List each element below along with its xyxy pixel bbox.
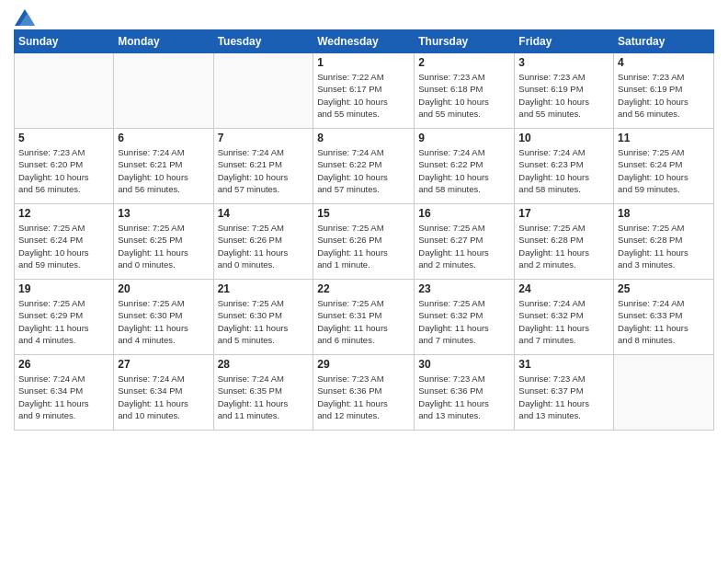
day-number: 31 (518, 358, 609, 371)
day-number: 24 (518, 282, 609, 295)
day-info: Sunrise: 7:25 AMSunset: 6:31 PMDaylight:… (317, 297, 410, 346)
day-info: Sunrise: 7:24 AMSunset: 6:22 PMDaylight:… (418, 146, 510, 195)
day-cell: 30Sunrise: 7:23 AMSunset: 6:36 PMDayligh… (415, 355, 515, 431)
day-number: 29 (317, 358, 410, 371)
day-info: Sunrise: 7:25 AMSunset: 6:24 PMDaylight:… (18, 222, 109, 270)
day-number: 27 (118, 358, 209, 371)
day-cell (114, 53, 213, 129)
day-info: Sunrise: 7:23 AMSunset: 6:37 PMDaylight:… (518, 373, 609, 421)
day-cell: 14Sunrise: 7:25 AMSunset: 6:26 PMDayligh… (213, 204, 313, 280)
day-cell: 6Sunrise: 7:24 AMSunset: 6:21 PMDaylight… (114, 129, 213, 204)
day-cell: 18Sunrise: 7:25 AMSunset: 6:28 PMDayligh… (614, 204, 714, 280)
day-cell: 20Sunrise: 7:25 AMSunset: 6:30 PMDayligh… (114, 280, 213, 355)
day-cell: 28Sunrise: 7:24 AMSunset: 6:35 PMDayligh… (213, 355, 313, 431)
day-cell: 4Sunrise: 7:23 AMSunset: 6:19 PMDaylight… (614, 53, 714, 129)
day-number: 14 (218, 207, 310, 220)
day-info: Sunrise: 7:24 AMSunset: 6:21 PMDaylight:… (218, 146, 310, 195)
week-row-5: 26Sunrise: 7:24 AMSunset: 6:34 PMDayligh… (15, 355, 714, 431)
day-info: Sunrise: 7:24 AMSunset: 6:22 PMDaylight:… (317, 146, 410, 195)
day-cell (614, 355, 714, 431)
header-thursday: Thursday (415, 30, 515, 53)
day-info: Sunrise: 7:22 AMSunset: 6:17 PMDaylight:… (317, 71, 410, 120)
day-info: Sunrise: 7:24 AMSunset: 6:33 PMDaylight:… (618, 297, 710, 346)
day-info: Sunrise: 7:25 AMSunset: 6:25 PMDaylight:… (118, 222, 209, 270)
day-number: 13 (118, 207, 209, 220)
day-info: Sunrise: 7:25 AMSunset: 6:28 PMDaylight:… (618, 222, 710, 270)
day-cell: 3Sunrise: 7:23 AMSunset: 6:19 PMDaylight… (515, 53, 614, 129)
day-cell: 29Sunrise: 7:23 AMSunset: 6:36 PMDayligh… (313, 355, 415, 431)
day-info: Sunrise: 7:25 AMSunset: 6:27 PMDaylight:… (418, 222, 510, 270)
day-info: Sunrise: 7:23 AMSunset: 6:20 PMDaylight:… (18, 146, 109, 195)
day-cell: 12Sunrise: 7:25 AMSunset: 6:24 PMDayligh… (15, 204, 114, 280)
day-info: Sunrise: 7:23 AMSunset: 6:19 PMDaylight:… (618, 71, 710, 120)
day-cell: 7Sunrise: 7:24 AMSunset: 6:21 PMDaylight… (213, 129, 313, 204)
day-cell: 19Sunrise: 7:25 AMSunset: 6:29 PMDayligh… (15, 280, 114, 355)
day-info: Sunrise: 7:24 AMSunset: 6:35 PMDaylight:… (218, 373, 310, 421)
day-number: 8 (317, 132, 410, 144)
day-cell: 8Sunrise: 7:24 AMSunset: 6:22 PMDaylight… (313, 129, 415, 204)
day-info: Sunrise: 7:25 AMSunset: 6:26 PMDaylight:… (317, 222, 410, 270)
day-info: Sunrise: 7:25 AMSunset: 6:30 PMDaylight:… (118, 297, 209, 346)
day-info: Sunrise: 7:25 AMSunset: 6:30 PMDaylight:… (218, 297, 310, 346)
day-cell: 26Sunrise: 7:24 AMSunset: 6:34 PMDayligh… (15, 355, 114, 431)
day-cell: 23Sunrise: 7:25 AMSunset: 6:32 PMDayligh… (415, 280, 515, 355)
day-number: 12 (18, 207, 109, 220)
day-cell: 5Sunrise: 7:23 AMSunset: 6:20 PMDaylight… (15, 129, 114, 204)
day-cell (15, 53, 114, 129)
week-row-3: 12Sunrise: 7:25 AMSunset: 6:24 PMDayligh… (15, 204, 714, 280)
day-number: 15 (317, 207, 410, 220)
day-cell: 10Sunrise: 7:24 AMSunset: 6:23 PMDayligh… (515, 129, 614, 204)
day-number: 23 (418, 282, 510, 295)
day-number: 11 (618, 132, 710, 144)
day-number: 21 (218, 282, 310, 295)
day-info: Sunrise: 7:23 AMSunset: 6:36 PMDaylight:… (317, 373, 410, 421)
day-number: 3 (518, 56, 609, 69)
day-number: 20 (118, 282, 209, 295)
header-tuesday: Tuesday (213, 30, 313, 53)
day-number: 17 (518, 207, 609, 220)
day-number: 28 (218, 358, 310, 371)
calendar-table: SundayMondayTuesdayWednesdayThursdayFrid… (14, 29, 714, 431)
day-cell: 22Sunrise: 7:25 AMSunset: 6:31 PMDayligh… (313, 280, 415, 355)
day-cell: 27Sunrise: 7:24 AMSunset: 6:34 PMDayligh… (114, 355, 213, 431)
day-cell: 31Sunrise: 7:23 AMSunset: 6:37 PMDayligh… (515, 355, 614, 431)
logo-icon (15, 9, 35, 26)
day-cell: 16Sunrise: 7:25 AMSunset: 6:27 PMDayligh… (415, 204, 515, 280)
day-cell: 13Sunrise: 7:25 AMSunset: 6:25 PMDayligh… (114, 204, 213, 280)
header (14, 9, 714, 22)
day-cell: 9Sunrise: 7:24 AMSunset: 6:22 PMDaylight… (415, 129, 515, 204)
day-cell: 2Sunrise: 7:23 AMSunset: 6:18 PMDaylight… (415, 53, 515, 129)
day-cell: 25Sunrise: 7:24 AMSunset: 6:33 PMDayligh… (614, 280, 714, 355)
header-wednesday: Wednesday (313, 30, 415, 53)
day-info: Sunrise: 7:23 AMSunset: 6:19 PMDaylight:… (518, 71, 609, 120)
week-row-4: 19Sunrise: 7:25 AMSunset: 6:29 PMDayligh… (15, 280, 714, 355)
day-number: 18 (618, 207, 710, 220)
day-number: 25 (618, 282, 710, 295)
day-cell: 24Sunrise: 7:24 AMSunset: 6:32 PMDayligh… (515, 280, 614, 355)
header-sunday: Sunday (15, 30, 114, 53)
day-number: 19 (18, 282, 109, 295)
day-number: 2 (418, 56, 510, 69)
day-info: Sunrise: 7:23 AMSunset: 6:36 PMDaylight:… (418, 373, 510, 421)
day-number: 26 (18, 358, 109, 371)
day-number: 4 (618, 56, 710, 69)
day-cell: 15Sunrise: 7:25 AMSunset: 6:26 PMDayligh… (313, 204, 415, 280)
day-info: Sunrise: 7:25 AMSunset: 6:28 PMDaylight:… (518, 222, 609, 270)
day-info: Sunrise: 7:24 AMSunset: 6:34 PMDaylight:… (118, 373, 209, 421)
day-info: Sunrise: 7:25 AMSunset: 6:24 PMDaylight:… (618, 146, 710, 195)
day-number: 1 (317, 56, 410, 69)
header-monday: Monday (114, 30, 213, 53)
day-info: Sunrise: 7:23 AMSunset: 6:18 PMDaylight:… (418, 71, 510, 120)
day-cell: 21Sunrise: 7:25 AMSunset: 6:30 PMDayligh… (213, 280, 313, 355)
day-info: Sunrise: 7:25 AMSunset: 6:26 PMDaylight:… (218, 222, 310, 270)
week-row-2: 5Sunrise: 7:23 AMSunset: 6:20 PMDaylight… (15, 129, 714, 204)
calendar-header-row: SundayMondayTuesdayWednesdayThursdayFrid… (15, 30, 714, 53)
day-number: 5 (18, 132, 109, 144)
day-info: Sunrise: 7:24 AMSunset: 6:34 PMDaylight:… (18, 373, 109, 421)
day-cell (213, 53, 313, 129)
day-number: 16 (418, 207, 510, 220)
week-row-1: 1Sunrise: 7:22 AMSunset: 6:17 PMDaylight… (15, 53, 714, 129)
day-cell: 1Sunrise: 7:22 AMSunset: 6:17 PMDaylight… (313, 53, 415, 129)
day-info: Sunrise: 7:24 AMSunset: 6:21 PMDaylight:… (118, 146, 209, 195)
header-saturday: Saturday (614, 30, 714, 53)
